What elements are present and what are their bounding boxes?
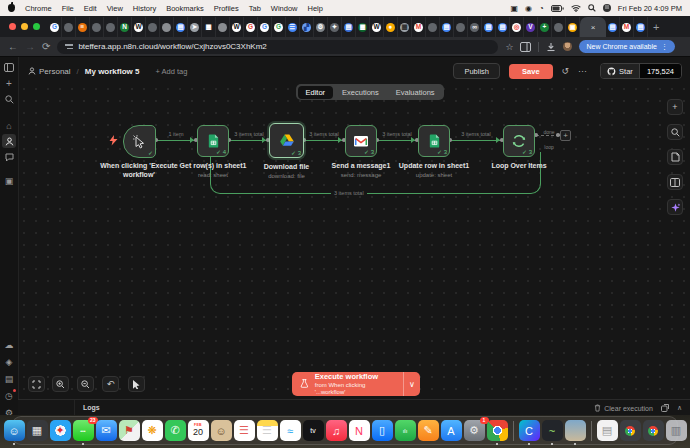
wifi-icon[interactable]	[571, 4, 581, 12]
dock-keynote[interactable]: ▯	[372, 420, 393, 441]
browser-tab[interactable]: +	[538, 17, 552, 37]
history-icon[interactable]: ↺	[562, 66, 570, 76]
chat-icon[interactable]	[0, 150, 18, 164]
dock-facetime[interactable]: ✆	[165, 420, 186, 441]
side-panel-icon[interactable]	[520, 42, 531, 52]
back-button[interactable]: ←	[8, 42, 18, 52]
browser-tab[interactable]	[552, 17, 566, 37]
zoom-in-button[interactable]	[52, 376, 69, 392]
panel-layout-icon[interactable]	[667, 174, 683, 190]
dock-app-store[interactable]: A	[441, 420, 462, 441]
zoom-out-button[interactable]	[77, 376, 94, 392]
dock-canva[interactable]: C	[519, 420, 540, 441]
browser-tab[interactable]: ◎	[510, 17, 524, 37]
update-chrome-button[interactable]: New Chrome available ⋮	[579, 40, 674, 53]
dock-downloads-document[interactable]: ▤	[597, 420, 618, 441]
pop-out-icon[interactable]	[661, 404, 669, 412]
menu-bookmarks[interactable]: Bookmarks	[166, 4, 204, 13]
record-icon[interactable]: ◉	[525, 4, 532, 13]
browser-tab[interactable]: W	[370, 17, 384, 37]
browser-tab[interactable]: W	[230, 17, 244, 37]
browser-tab[interactable]: ≡	[76, 17, 90, 37]
spotlight-search-icon[interactable]	[588, 4, 596, 12]
clear-execution-button[interactable]: Clear execution	[594, 404, 653, 412]
dock-calendar[interactable]: FEB20	[188, 420, 209, 441]
browser-tab[interactable]: V	[524, 17, 538, 37]
execute-options-chevron[interactable]: ∨	[403, 372, 420, 396]
menubar-clock[interactable]: Fri Feb 20 4:09 PM	[618, 4, 682, 13]
dock-music[interactable]: ♫	[326, 420, 347, 441]
downloads-icon[interactable]	[546, 42, 556, 52]
dock-mail[interactable]: ✉	[96, 420, 117, 441]
browser-tab[interactable]: ∞	[468, 17, 482, 37]
dock-apple-tv[interactable]: tv	[303, 420, 324, 441]
browser-tab[interactable]: ▦	[356, 17, 370, 37]
search-icon[interactable]	[0, 92, 18, 106]
tab-editor[interactable]: Editor	[298, 86, 334, 99]
node-when-clicking-execute-workflow[interactable]: ✓	[123, 125, 156, 158]
browser-tab[interactable]	[90, 17, 104, 37]
dock-safari[interactable]: ✦	[50, 420, 71, 441]
browser-tab[interactable]: ▤	[634, 17, 648, 37]
dock-pages[interactable]: ✎	[418, 420, 439, 441]
browser-tab[interactable]: M	[412, 17, 426, 37]
browser-tab[interactable]: ▤	[174, 17, 188, 37]
browser-tab[interactable]: ▤	[482, 17, 496, 37]
personal-project-icon[interactable]	[2, 134, 16, 148]
tab-executions[interactable]: Executions	[334, 86, 387, 99]
insights-icon[interactable]: ▣	[0, 174, 18, 188]
zoom-window-button[interactable]	[33, 23, 40, 30]
new-tab-button[interactable]: +	[653, 21, 659, 33]
menu-window[interactable]: Window	[271, 4, 298, 13]
browser-tab[interactable]	[160, 17, 174, 37]
dock-system-settings[interactable]: ⚙1	[464, 420, 485, 441]
whats-new-icon[interactable]: ◈	[0, 355, 18, 369]
browser-tab[interactable]: ➤	[188, 17, 202, 37]
node-download-file[interactable]: ✓ 3	[269, 123, 304, 158]
github-star-widget[interactable]: Star 175,524	[600, 63, 682, 79]
browser-tab[interactable]: ☰	[286, 17, 300, 37]
browser-tab[interactable]: ▤	[440, 17, 454, 37]
add-node-button[interactable]: +	[667, 99, 683, 115]
dock-terminal[interactable]: ~	[542, 420, 563, 441]
browser-tab[interactable]: W	[132, 17, 146, 37]
url-text[interactable]: bteffera.app.n8n.cloud/workflow/Cxjhzovs…	[78, 42, 266, 51]
apple-logo-icon[interactable]	[8, 4, 15, 12]
dock-freeform[interactable]: ≈	[280, 420, 301, 441]
dock-trash[interactable]: ▥	[666, 420, 687, 441]
browser-tab[interactable]: ▞	[300, 17, 314, 37]
menu-tab[interactable]: Tab	[249, 4, 261, 13]
home-icon[interactable]: ⌂	[0, 119, 18, 133]
more-menu-icon[interactable]: ···	[578, 66, 587, 76]
add-node-endpoint[interactable]: +	[560, 130, 571, 141]
dock-numbers[interactable]: ılı	[395, 420, 416, 441]
tab-evaluations[interactable]: Evaluations	[388, 86, 443, 99]
logs-title[interactable]: Logs	[83, 404, 100, 411]
browser-tab[interactable]	[426, 17, 440, 37]
browser-tab[interactable]: ⚙	[314, 17, 328, 37]
cloud-admin-icon[interactable]: ☁	[0, 338, 18, 352]
logs-panel[interactable]: Logs Clear execution ∧	[18, 399, 690, 415]
select-pointer-button[interactable]	[128, 376, 145, 392]
browser-tab-active[interactable]: ×	[580, 17, 606, 37]
close-window-button[interactable]	[9, 23, 16, 30]
user-switch-icon[interactable]	[603, 4, 611, 12]
browser-tab[interactable]	[146, 17, 160, 37]
node-send-a-message1[interactable]: ✓ 3	[345, 125, 377, 157]
sticky-note-icon[interactable]	[667, 149, 683, 165]
execute-workflow-button[interactable]: Execute workflow from When clicking '...…	[292, 372, 420, 396]
ai-assistant-icon[interactable]	[667, 199, 683, 215]
add-tag-button[interactable]: + Add tag	[156, 67, 188, 76]
save-button[interactable]: Save	[509, 64, 553, 79]
menu-chrome[interactable]: Chrome	[25, 4, 52, 13]
fit-view-button[interactable]	[28, 376, 45, 392]
menu-help[interactable]: Help	[308, 4, 323, 13]
dock-finder[interactable]: ☺	[4, 420, 25, 441]
browser-tab[interactable]	[216, 17, 230, 37]
canvas-search-icon[interactable]	[667, 124, 683, 140]
node-get-rows-in-sheet1[interactable]: ✓ 4	[197, 125, 229, 157]
dock-launchpad[interactable]: ▦	[27, 420, 48, 441]
collapse-logs-icon[interactable]: ∧	[677, 404, 682, 412]
dock-chrome[interactable]	[487, 420, 508, 441]
more-vertical-icon[interactable]: ⋮	[661, 43, 668, 51]
